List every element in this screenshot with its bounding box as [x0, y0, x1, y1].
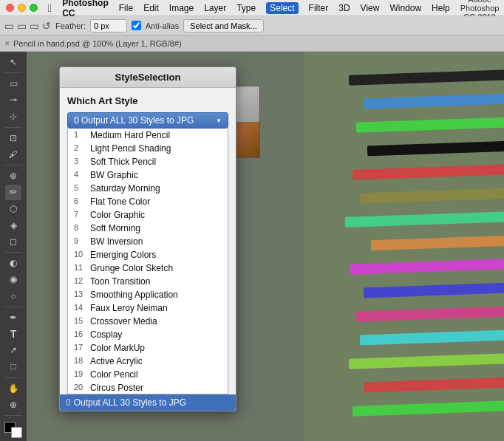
menu-filter[interactable]: Filter: [309, 3, 329, 13]
list-item[interactable]: 15Crossover Media: [68, 315, 228, 328]
select-mask-button[interactable]: Select and Mask...: [183, 19, 264, 33]
list-item[interactable]: 14Faux Leroy Neiman: [68, 301, 228, 315]
shape-tool[interactable]: □: [5, 359, 21, 374]
zoom-tool[interactable]: ⊕: [5, 397, 21, 412]
list-item[interactable]: 3Soft Thick Pencil: [68, 155, 228, 168]
list-num: 13: [74, 290, 87, 300]
style-selection-dialog: StyleSelection Which Art Style 0 Output …: [59, 66, 236, 411]
style-list[interactable]: 1Medium Hard Pencil2Light Pencil Shading…: [67, 129, 228, 394]
list-name: Cosplay: [90, 329, 122, 340]
list-name: Soft Thick Pencil: [90, 157, 156, 167]
antialias-checkbox[interactable]: [132, 21, 141, 30]
list-item[interactable]: 1Medium Hard Pencil: [68, 129, 228, 142]
eraser-tool[interactable]: ◻: [5, 234, 21, 249]
brush-tool[interactable]: ✏: [5, 185, 21, 199]
list-num: 2: [74, 143, 87, 154]
clone-stamp-tool[interactable]: ⬡: [5, 202, 21, 216]
list-name: Circus Poster: [90, 383, 143, 393]
fullscreen-button[interactable]: [30, 4, 38, 12]
object-select-tool[interactable]: ⊹: [5, 109, 21, 124]
list-item[interactable]: 20Circus Poster: [68, 381, 228, 394]
list-num: 15: [74, 316, 87, 327]
list-item[interactable]: 2Light Pencil Shading: [68, 142, 228, 155]
list-item[interactable]: 8Soft Morning: [68, 222, 228, 235]
list-item[interactable]: 12Toon Transition: [68, 275, 228, 288]
marquee-tool[interactable]: ▭: [5, 76, 21, 91]
dialog-which-label: Which Art Style: [67, 95, 228, 106]
dodge-tool[interactable]: ○: [5, 289, 21, 304]
list-name: BW Graphic: [90, 170, 138, 180]
list-item[interactable]: 18Active Acrylic: [68, 355, 228, 368]
path-select-tool[interactable]: ↗: [5, 343, 21, 358]
list-name: Saturday Morning: [90, 183, 160, 194]
hand-tool[interactable]: ✋: [5, 380, 21, 395]
list-item[interactable]: 10Emerging Colors: [68, 248, 228, 261]
list-item[interactable]: 6Flat Tone Color: [68, 195, 228, 208]
close-button[interactable]: [6, 4, 14, 12]
style-dropdown[interactable]: 0 Output ALL 30 Styles to JPG ▼ 1Medium …: [67, 112, 228, 394]
list-num: 6: [74, 196, 87, 207]
menu-layer[interactable]: Layer: [204, 3, 226, 13]
list-item[interactable]: 9BW Inversion: [68, 235, 228, 248]
list-num: 14: [74, 303, 87, 313]
app-name[interactable]: Photoshop CC: [62, 0, 109, 18]
menu-select[interactable]: Select: [266, 2, 298, 14]
traffic-lights: [6, 4, 38, 12]
menu-view[interactable]: View: [361, 3, 380, 13]
list-item[interactable]: 11Grunge Color Sketch: [68, 261, 228, 275]
tab-close-icon[interactable]: ✕: [4, 40, 10, 47]
list-num: 12: [74, 276, 87, 287]
dialog-body: Which Art Style 0 Output ALL 30 Styles t…: [60, 88, 236, 394]
list-num: 9: [74, 236, 87, 247]
list-item[interactable]: 7Color Graphic: [68, 208, 228, 222]
color-swatches[interactable]: [4, 422, 22, 438]
dialog-footer: 0 Output ALL 30 Styles to JPG: [60, 394, 236, 411]
menu-type[interactable]: Type: [236, 3, 256, 13]
menu-image[interactable]: Image: [169, 3, 194, 13]
list-item[interactable]: 13Smoothing Application: [68, 288, 228, 301]
tool-divider-7: [4, 415, 22, 416]
move-tool[interactable]: ↖: [5, 55, 21, 69]
list-item[interactable]: 17Color MarkUp: [68, 341, 228, 355]
background-color[interactable]: [11, 427, 22, 438]
tab-label[interactable]: Pencil in hand.psd @ 100% (Layer 1, RGB/…: [13, 39, 182, 48]
list-num: 11: [74, 263, 87, 273]
list-name: Emerging Colors: [90, 250, 156, 260]
list-name: Active Acrylic: [90, 356, 143, 366]
feather-input[interactable]: [90, 19, 127, 33]
chevron-down-icon: ▼: [216, 117, 222, 124]
tool-divider-3: [4, 165, 22, 165]
eyedropper-tool[interactable]: 🖋: [5, 147, 21, 162]
list-name: BW Inversion: [90, 236, 143, 247]
list-item[interactable]: 5Saturday Morning: [68, 182, 228, 195]
blur-tool[interactable]: ◉: [5, 272, 21, 287]
menu-edit[interactable]: Edit: [143, 3, 159, 13]
minimize-button[interactable]: [18, 4, 26, 12]
list-name: Color MarkUp: [90, 343, 145, 353]
tool-divider-2: [4, 127, 22, 128]
lasso-tool[interactable]: ⊸: [5, 92, 21, 107]
selection-icon2: ▭: [17, 20, 27, 32]
tabbar: ✕ Pencil in hand.psd @ 100% (Layer 1, RG…: [0, 35, 504, 52]
apple-menu[interactable]: : [48, 2, 52, 14]
sidebar-tools: ↖ ▭ ⊸ ⊹ ⊡ 🖋 ⊕ ✏ ⬡ ◈ ◻ ◐ ◉ ○ ✒ T ↗ □ ✋ ⊕: [0, 52, 27, 441]
crop-tool[interactable]: ⊡: [5, 131, 21, 146]
healing-tool[interactable]: ⊕: [5, 168, 21, 183]
menu-help[interactable]: Help: [432, 3, 450, 13]
feather-label: Feather:: [55, 21, 86, 30]
menu-file[interactable]: File: [119, 3, 133, 13]
list-item[interactable]: 4BW Graphic: [68, 168, 228, 182]
menubar:  Photoshop CC File Edit Image Layer Typ…: [0, 0, 504, 16]
type-tool[interactable]: T: [5, 327, 21, 341]
tool-divider-4: [4, 252, 22, 253]
list-name: Grunge Color Sketch: [90, 263, 173, 273]
list-num: 19: [74, 369, 87, 380]
list-item[interactable]: 16Cosplay: [68, 328, 228, 341]
pen-tool[interactable]: ✒: [5, 310, 21, 325]
history-brush-tool[interactable]: ◈: [5, 218, 21, 233]
dropdown-header[interactable]: 0 Output ALL 30 Styles to JPG ▼: [67, 112, 228, 129]
gradient-tool[interactable]: ◐: [5, 256, 21, 270]
menu-window[interactable]: Window: [389, 3, 421, 13]
list-item[interactable]: 19Color Pencil: [68, 368, 228, 381]
menu-3d[interactable]: 3D: [338, 3, 350, 13]
